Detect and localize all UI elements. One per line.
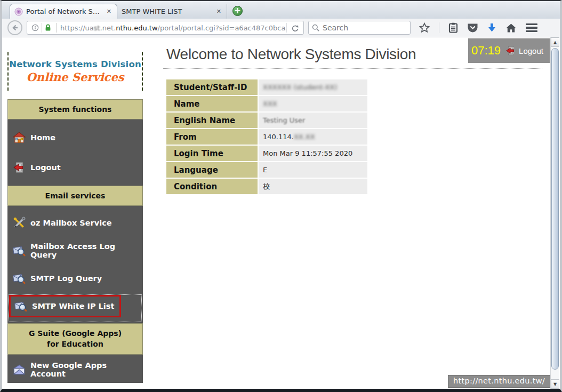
- logout-link[interactable]: Logout: [519, 46, 543, 55]
- row-label: Condition: [166, 179, 258, 194]
- tools-icon: [13, 217, 26, 229]
- table-row: Condition 校: [166, 179, 367, 194]
- section-gsuite: G Suite (Google Apps) for Education: [7, 323, 143, 355]
- blurred-value: XXXXXX (student-XX): [263, 83, 337, 91]
- mail-search-icon: [13, 272, 26, 285]
- mail-search-icon: [14, 300, 27, 313]
- table-row: English Name Testing User: [166, 113, 367, 128]
- downloads-icon[interactable]: [487, 23, 496, 33]
- sidebar-item-logout[interactable]: Logout: [7, 153, 143, 182]
- sidebar-item-label: New Google Apps Account: [30, 361, 143, 378]
- divider: [56, 23, 57, 33]
- logout-icon: [13, 161, 26, 174]
- tab-close-icon[interactable]: ✕: [215, 8, 222, 15]
- menu-email-services: oz Mailbox Service Mailbox Access Log Qu…: [7, 206, 143, 323]
- logo-title: Network Systems Division: [9, 59, 141, 69]
- url-masked-segment: st: [94, 24, 100, 32]
- blurred-value: Testing User: [263, 116, 305, 124]
- site-logo: Network Systems Division Online Services: [7, 52, 143, 91]
- navigation-toolbar: https://uast.net.nthu.edu.tw/portal/port…: [2, 19, 560, 37]
- status-link-preview: http://net.nthu.edu.tw/: [448, 375, 550, 388]
- table-row: Student/Staff-ID XXXXXX (student-XX): [166, 79, 367, 95]
- row-label: Name: [166, 96, 258, 111]
- table-row: Name XXX: [166, 96, 367, 111]
- sidebar-item-smtp-log-query[interactable]: SMTP Log Query: [7, 265, 143, 292]
- sidebar-item-label: Mailbox Access Log Query: [30, 242, 143, 259]
- tab-title: Portal of Network Sys...: [26, 7, 102, 15]
- sidebar-item-mailbox-access-log-query[interactable]: Mailbox Access Log Query: [7, 237, 143, 265]
- nthu-favicon-icon: [14, 7, 23, 16]
- https-lock-icon[interactable]: [45, 24, 51, 31]
- logout-icon: [505, 45, 516, 56]
- sidebar-item-home[interactable]: Home: [7, 123, 143, 153]
- divider: [42, 23, 42, 33]
- tab-close-icon[interactable]: ✕: [106, 8, 113, 15]
- main-panel: Welcome to Network Systems Division 07:1…: [163, 37, 550, 195]
- blurred-value: XXX: [263, 100, 277, 108]
- tab-portal[interactable]: Portal of Network Sys... ✕: [10, 4, 117, 19]
- menu-gsuite: New Google Apps Account: [7, 355, 143, 383]
- session-info-table: Student/Staff-ID XXXXXX (student-XX) Nam…: [165, 78, 368, 195]
- url-text[interactable]: https://uast.net.nthu.edu.tw/portal/port…: [60, 24, 286, 32]
- vertical-scrollbar[interactable]: ▲ ▼: [550, 37, 559, 389]
- row-label: Login Time: [166, 146, 258, 161]
- sidebar: Network Systems Division Online Services…: [7, 52, 143, 383]
- tab-smtp-white-list[interactable]: SMTP WHITE LIST ✕: [117, 4, 227, 19]
- back-button[interactable]: [7, 20, 22, 35]
- sidebar-item-label: SMTP Log Query: [30, 274, 102, 283]
- sidebar-item-label: Logout: [30, 163, 61, 172]
- scroll-down-button[interactable]: ▼: [551, 379, 559, 389]
- sidebar-item-label: oz Mailbox Service: [30, 219, 112, 227]
- row-value: E: [259, 162, 367, 178]
- page-content: Network Systems Division Online Services…: [2, 37, 560, 389]
- tab-bar: Portal of Network Sys... ✕ SMTP WHITE LI…: [2, 1, 560, 19]
- new-tab-button[interactable]: +: [232, 6, 243, 16]
- blurred-value: XX.XX: [294, 133, 315, 141]
- red-highlight-annotation: SMTP White IP List: [9, 295, 121, 317]
- browser-window: Portal of Network Sys... ✕ SMTP WHITE LI…: [0, 0, 562, 392]
- search-icon: [312, 24, 319, 31]
- menu-hamburger-icon[interactable]: [526, 23, 537, 33]
- bookmarks-list-icon[interactable]: [448, 22, 458, 33]
- bookmark-star-icon[interactable]: [419, 22, 430, 33]
- table-row: Language E: [166, 162, 367, 178]
- divider: [439, 22, 439, 33]
- menu-system-functions: Home Logout: [7, 119, 143, 186]
- sidebar-item-oz-mailbox-service[interactable]: oz Mailbox Service: [7, 209, 143, 237]
- section-system-functions: System functions: [7, 99, 143, 119]
- home-icon: [13, 131, 26, 144]
- row-label: Language: [166, 162, 258, 178]
- row-label: Student/Staff-ID: [166, 79, 258, 95]
- row-value: 140.114.: [263, 133, 294, 141]
- row-label: From: [166, 129, 258, 145]
- sidebar-item-new-google-apps-account[interactable]: New Google Apps Account: [7, 360, 143, 379]
- url-bar[interactable]: https://uast.net.nthu.edu.tw/portal/port…: [27, 21, 304, 35]
- page-info-icon[interactable]: [31, 24, 39, 31]
- reload-button[interactable]: [286, 23, 301, 33]
- back-arrow-icon: [11, 24, 19, 31]
- sidebar-item-smtp-white-ip-list[interactable]: SMTP White IP List: [7, 292, 143, 320]
- row-label: English Name: [166, 113, 258, 128]
- mail-search-icon: [13, 244, 26, 257]
- sidebar-item-label: Home: [30, 133, 55, 142]
- envelope-icon: [13, 363, 26, 376]
- sidebar-item-label: SMTP White IP List: [32, 302, 114, 310]
- table-row: Login Time Mon Mar 9 11:57:55 2020: [166, 146, 367, 161]
- scroll-up-button[interactable]: ▲: [551, 37, 559, 47]
- table-row: From 140.114.XX.XX: [166, 129, 367, 145]
- row-value: 校: [259, 179, 367, 194]
- logo-subtitle: Online Services: [26, 70, 124, 84]
- search-input[interactable]: [323, 23, 392, 32]
- search-box[interactable]: [308, 21, 411, 35]
- home-toolbar-icon[interactable]: [505, 23, 517, 33]
- row-value: Mon Mar 9 11:57:55 2020: [259, 146, 367, 161]
- session-countdown: 07:19: [471, 44, 501, 58]
- session-timer-box: 07:19 Logout: [468, 38, 550, 63]
- scrollbar-thumb[interactable]: [551, 48, 559, 370]
- pocket-icon[interactable]: [467, 23, 478, 33]
- tab-title: SMTP WHITE LIST: [122, 7, 212, 15]
- section-email-services: Email services: [7, 186, 143, 206]
